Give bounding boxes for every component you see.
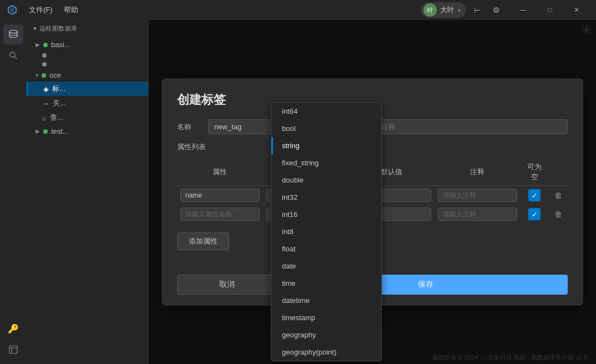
menu-bar: 文件(F) 帮助: [24, 4, 83, 16]
col-nullable: 可为空: [521, 159, 549, 186]
window-controls: — □ ✕: [511, 0, 589, 20]
dropdown-item-timestamp[interactable]: timestamp: [271, 309, 381, 326]
sidebar-item-tag[interactable]: ◈ 标...: [27, 82, 148, 96]
status-dot: [43, 43, 48, 47]
dropdown-item-date[interactable]: date: [271, 257, 381, 275]
chevron-right-icon: ▶: [36, 128, 40, 134]
svg-point-2: [9, 31, 17, 33]
sidebar-item-node1[interactable]: [27, 51, 148, 60]
sidebar-item-label: 标...: [52, 84, 65, 94]
dropdown-item-float[interactable]: float: [271, 240, 381, 257]
sidebar-item-label: basi...: [51, 41, 70, 49]
delete-row-button[interactable]: 🗑: [552, 208, 564, 220]
maximize-button[interactable]: □: [537, 0, 563, 20]
sidebar-item-label: 关...: [53, 98, 66, 108]
dropdown-item-time[interactable]: time: [271, 275, 381, 292]
attr-comment-input[interactable]: [438, 189, 517, 202]
dropdown-item-double[interactable]: double: [271, 171, 381, 189]
titlebar-right: 叶 大叶 ▾ ⊢ ⚙ — □ ✕: [421, 0, 589, 20]
menu-help[interactable]: 帮助: [59, 4, 83, 16]
activity-bar-bottom: 🔑: [3, 318, 23, 364]
pin-icon[interactable]: ⊢: [469, 2, 485, 18]
status-dot: [43, 129, 48, 134]
dropdown-item-fixed-string[interactable]: fixed_string: [271, 154, 381, 171]
dropdown-item-datetime[interactable]: datetime: [271, 292, 381, 309]
relation-icon: ↔: [42, 99, 49, 108]
dropdown-item-int16[interactable]: int16: [271, 206, 381, 223]
delete-row-button[interactable]: 🗑: [552, 189, 564, 201]
type-dropdown: int64 bool string fixed_string double in…: [271, 102, 382, 361]
dropdown-item-geography[interactable]: geography: [271, 326, 381, 343]
dropdown-item-geography-point[interactable]: geography(point): [271, 343, 381, 361]
sidebar-item-basic[interactable]: ▶ basi...: [27, 38, 148, 51]
sidebar-header: ▾ 远程图数据库: [27, 20, 148, 37]
attr-name-cell: [177, 186, 263, 205]
sidebar-item-label: test...: [51, 127, 69, 135]
chevron-down-icon: ▾: [33, 25, 37, 32]
sidebar: ▾ 远程图数据库 ▶ basi... ▾ oce ◈: [27, 20, 149, 364]
sidebar-item-oce[interactable]: ▾ oce: [27, 69, 148, 82]
minimize-button[interactable]: —: [511, 0, 536, 20]
sidebar-item-relation[interactable]: ↔ 关...: [27, 96, 148, 110]
cancel-button[interactable]: 取消: [177, 275, 277, 295]
col-attr: 属性: [177, 159, 263, 186]
chevron-down-icon: ▾: [36, 72, 38, 78]
sidebar-item-label: oce: [49, 71, 61, 79]
dropdown-item-bool[interactable]: bool: [271, 120, 381, 137]
activity-bar: 🔑: [0, 20, 27, 364]
attr-delete-cell: 🗑: [549, 205, 568, 224]
dropdown-item-int8[interactable]: int8: [271, 223, 381, 240]
dropdown-item-string[interactable]: string: [271, 137, 381, 154]
app-logo: [7, 4, 18, 16]
status-dot: [42, 73, 46, 78]
titlebar: 文件(F) 帮助 叶 大叶 ▾ ⊢ ⚙ — □ ✕: [0, 0, 596, 20]
attr-comment-input[interactable]: [438, 208, 517, 221]
attr-name-cell: [177, 205, 263, 224]
name-label: 名称: [177, 122, 199, 132]
sidebar-section: ▶ basi... ▾ oce ◈ 标... ↔: [27, 37, 148, 139]
activity-table-icon[interactable]: [3, 340, 23, 360]
svg-point-3: [10, 52, 15, 57]
status-dot: [42, 53, 47, 58]
sidebar-item-test[interactable]: ▶ test...: [27, 125, 148, 138]
attr-nullable-cell: ✓: [521, 205, 549, 224]
activity-key-icon[interactable]: 🔑: [3, 318, 23, 338]
settings-icon[interactable]: ⚙: [488, 2, 504, 18]
activity-search-icon[interactable]: [3, 46, 23, 65]
add-attr-button[interactable]: 添加属性: [177, 232, 229, 250]
user-name: 大叶: [440, 5, 454, 15]
svg-marker-1: [10, 7, 14, 13]
tag-icon: ◈: [43, 85, 49, 93]
avatar: 叶: [423, 3, 437, 17]
sidebar-item-query[interactable]: ⌕ 查...: [27, 110, 148, 125]
attr-comment-cell: [435, 186, 521, 205]
content-area: 创建标签 名称 描述 属性列表 属性: [149, 20, 596, 364]
sidebar-item-node2[interactable]: [27, 60, 148, 69]
sidebar-item-label: 查...: [50, 113, 63, 123]
desc-input[interactable]: [353, 119, 568, 134]
sidebar-header-label: 远程图数据库: [39, 24, 78, 33]
col-comment: 注释: [435, 159, 521, 186]
main-layout: 🔑 ▾ 远程图数据库 ▶ basi...: [0, 20, 596, 364]
attr-name-input[interactable]: [180, 189, 260, 202]
attr-comment-cell: [435, 205, 521, 224]
attr-delete-cell: 🗑: [549, 186, 568, 205]
status-dot: [42, 62, 47, 67]
chevron-down-icon: ▾: [458, 7, 461, 13]
col-action: [549, 159, 568, 186]
svg-line-4: [14, 57, 17, 59]
query-icon: ⌕: [42, 114, 47, 122]
dropdown-item-int32[interactable]: int32: [271, 189, 381, 206]
attr-nullable-cell: ✓: [521, 186, 549, 205]
attr-name-input[interactable]: [180, 208, 260, 221]
nullable-checkbox[interactable]: ✓: [528, 189, 541, 201]
svg-rect-5: [9, 346, 17, 353]
dropdown-item-int64[interactable]: int64: [271, 103, 381, 120]
nullable-checkbox[interactable]: ✓: [528, 208, 541, 220]
close-button[interactable]: ✕: [564, 0, 589, 20]
menu-file[interactable]: 文件(F): [24, 4, 57, 16]
activity-db-icon[interactable]: [3, 24, 23, 44]
chevron-right-icon: ▶: [36, 42, 40, 48]
user-button[interactable]: 叶 大叶 ▾: [421, 2, 466, 18]
